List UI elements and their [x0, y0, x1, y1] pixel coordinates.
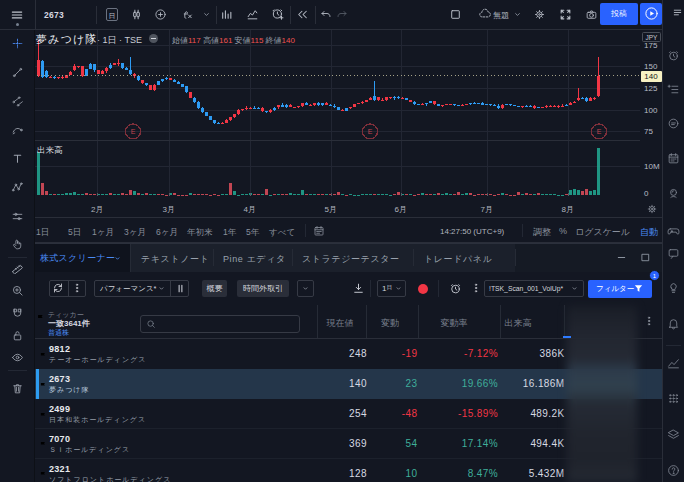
svg-text:E: E: [368, 128, 373, 135]
svg-text:E: E: [597, 128, 602, 135]
svg-text:E: E: [131, 128, 136, 135]
